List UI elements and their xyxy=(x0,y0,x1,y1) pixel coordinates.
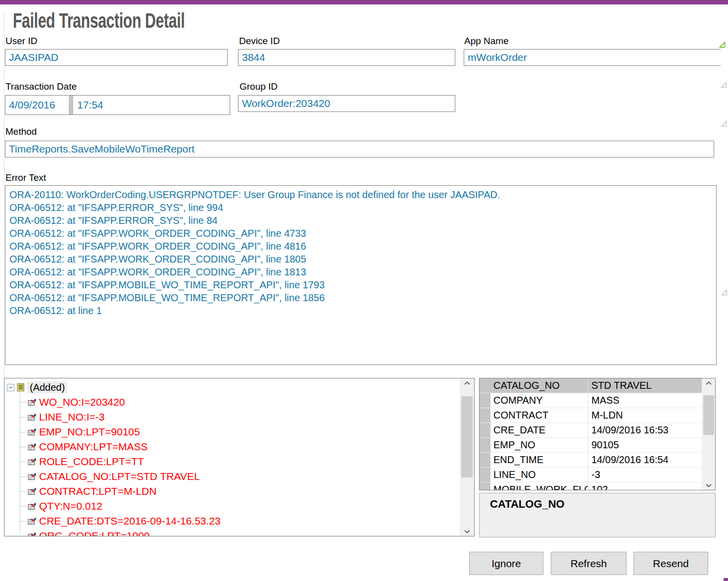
tree-item-label: QTY:N=0.012 xyxy=(39,500,102,512)
attribute-item-icon xyxy=(28,488,36,495)
attribute-row[interactable]: COMPANYMASS xyxy=(480,393,702,408)
attribute-row[interactable]: EMP_NO90105 xyxy=(480,438,702,453)
tree-connector xyxy=(20,417,26,418)
tree-scrollbar-thumb[interactable] xyxy=(461,396,473,477)
attribute-item-icon xyxy=(28,414,36,421)
tree-item-label: ROLE_CODE:LPT=TT xyxy=(39,456,144,468)
attribute-value-cell: 14/09/2016 16:53 xyxy=(588,423,702,437)
tree-connector xyxy=(20,462,26,462)
tree-item[interactable]: COMPANY:LPT=MASS xyxy=(4,439,459,454)
scroll-up-icon[interactable] xyxy=(702,378,716,387)
tree-item-label: COMPANY:LPT=MASS xyxy=(39,441,148,453)
tree-item-label: EMP_NO:LPT=90105 xyxy=(39,426,140,438)
attribute-row[interactable]: CRE_DATE14/09/2016 16:53 xyxy=(480,423,702,438)
attribute-item-icon xyxy=(28,518,36,525)
tree-item[interactable]: ROLE_CODE:LPT=TT xyxy=(4,454,459,469)
tree-connector xyxy=(20,491,26,492)
tree-item[interactable]: CATALOG_NO:LPT=STD TRAVEL xyxy=(4,469,459,484)
attribute-value-cell: 14/09/2016 16:54 xyxy=(588,453,702,467)
attribute-value-cell: STD TRAVEL xyxy=(588,378,702,393)
attribute-name-cell: CATALOG_NO xyxy=(490,378,588,393)
tree-item[interactable]: LINE_NO:I=-3 xyxy=(4,410,459,424)
resend-button[interactable]: Resend xyxy=(633,552,708,575)
tree-item-label: CRE_DATE:DTS=2016-09-14-16.53.23 xyxy=(39,515,221,527)
attribute-rows: CATALOG_NOSTD TRAVELCOMPANYMASSCONTRACTM… xyxy=(480,378,702,490)
attribute-name-cell: MOBILE_WORK_FLO xyxy=(490,482,588,490)
row-selector-gutter[interactable] xyxy=(480,408,490,423)
attribute-value-cell: M-LDN xyxy=(588,408,702,423)
resize-grip-icon xyxy=(721,289,728,296)
ignore-button[interactable]: Ignore xyxy=(469,552,543,575)
attribute-item-icon xyxy=(28,458,36,466)
row-selector-gutter[interactable] xyxy=(480,468,490,482)
attribute-name-cell: COMPANY xyxy=(490,393,588,408)
tree-item[interactable]: CRE_DATE:DTS=2016-09-14-16.53.23 xyxy=(4,514,459,528)
tree-item[interactable]: QTY:N=0.012 xyxy=(4,499,459,514)
scroll-down-icon[interactable] xyxy=(460,527,474,536)
refresh-button[interactable]: Refresh xyxy=(551,552,627,575)
row-selector-gutter[interactable] xyxy=(480,453,490,467)
attribute-item-icon xyxy=(28,443,36,451)
tree-item[interactable]: CONTRACT:LPT=M-LDN xyxy=(4,484,459,499)
row-selector-gutter[interactable] xyxy=(480,438,490,452)
row-selector-gutter[interactable] xyxy=(480,423,490,437)
selected-attribute-name: CATALOG_NO xyxy=(480,493,715,511)
error-line: ORA-06512: at "IFSAPP.MOBILE_WO_TIME_REP… xyxy=(9,278,712,291)
tree-item[interactable]: EMP_NO:LPT=90105 xyxy=(4,424,459,439)
transaction-date-input[interactable]: 4/09/2016 17:54 xyxy=(5,95,230,115)
date-time-splitter[interactable] xyxy=(69,96,73,114)
tree-connector xyxy=(20,476,26,477)
attribute-name-cell: CRE_DATE xyxy=(490,423,588,437)
row-selector-gutter[interactable] xyxy=(480,482,490,490)
window-accent-bar xyxy=(0,0,728,4)
tree-root-label: (Added) xyxy=(27,381,67,393)
tree-item[interactable]: ORG_CODE:LPT=1000 xyxy=(4,528,459,536)
group-id-label: Group ID xyxy=(240,81,278,92)
attribute-row[interactable]: CONTRACTM-LDN xyxy=(480,408,702,423)
attribute-row[interactable]: CATALOG_NOSTD TRAVEL xyxy=(480,378,702,393)
tree-scrollbar[interactable] xyxy=(460,378,474,536)
attribute-row[interactable]: LINE_NO-3 xyxy=(480,468,702,482)
app-name-input[interactable]: mWorkOrder xyxy=(464,49,721,66)
tree-connector xyxy=(20,506,26,507)
group-id-input[interactable]: WorkOrder:203420 xyxy=(238,95,455,112)
table-scrollbar[interactable] xyxy=(702,378,716,490)
scroll-down-icon[interactable] xyxy=(702,481,716,490)
error-line: ORA-06512: at line 1 xyxy=(9,304,712,317)
resize-grip-icon-active xyxy=(719,41,726,49)
attribute-row[interactable]: END_TIME14/09/2016 16:54 xyxy=(480,453,702,468)
error-text-area[interactable]: ORA-20110: WorkOrderCoding.USERGRPNOTDEF… xyxy=(5,185,717,365)
error-line: ORA-06512: at "IFSAPP.WORK_ORDER_CODING_… xyxy=(9,265,712,278)
attribute-value-cell: MASS xyxy=(588,393,702,408)
method-input[interactable]: TimeReports.SaveMobileWoTimeReport xyxy=(5,141,714,158)
error-line: ORA-06512: at "IFSAPP.MOBILE_WO_TIME_REP… xyxy=(9,291,712,304)
error-line: ORA-06512: at "IFSAPP.ERROR_SYS", line 8… xyxy=(9,214,712,227)
device-id-label: Device ID xyxy=(239,36,280,47)
table-scrollbar-thumb[interactable] xyxy=(703,395,714,435)
tree-connector xyxy=(20,402,26,403)
transaction-date-label: Transaction Date xyxy=(5,81,77,92)
attribute-item-icon xyxy=(28,473,36,480)
resize-grip-icon xyxy=(720,81,728,89)
tree-root-node[interactable]: (Added) xyxy=(7,381,67,393)
user-id-input[interactable]: JAASIPAD xyxy=(5,49,228,66)
failed-transaction-detail-window: Failed Transaction Detail User ID Device… xyxy=(0,0,728,581)
tree-connector xyxy=(20,432,26,432)
attribute-name-cell: EMP_NO xyxy=(490,438,588,452)
device-id-input[interactable]: 3844 xyxy=(238,49,455,66)
window-corner-accent xyxy=(724,578,728,581)
tree-connector xyxy=(20,447,26,447)
tree-collapse-icon[interactable] xyxy=(7,384,14,391)
scroll-up-icon[interactable] xyxy=(460,378,474,387)
attribute-value-cell: 102 xyxy=(588,482,702,490)
page-title: Failed Transaction Detail xyxy=(13,9,185,33)
error-line: ORA-06512: at "IFSAPP.ERROR_SYS", line 9… xyxy=(9,201,712,214)
transaction-time-value: 17:54 xyxy=(77,99,103,111)
attribute-item-icon xyxy=(28,399,36,406)
tree-item-label: CATALOG_NO:LPT=STD TRAVEL xyxy=(39,471,200,482)
row-selector-gutter[interactable] xyxy=(480,393,490,408)
tree-item[interactable]: WO_NO:I=203420 xyxy=(4,395,459,410)
selected-attribute-panel: CATALOG_NO xyxy=(479,493,716,537)
row-selector-gutter[interactable] xyxy=(480,378,490,393)
attribute-row[interactable]: MOBILE_WORK_FLO102 xyxy=(480,482,702,490)
